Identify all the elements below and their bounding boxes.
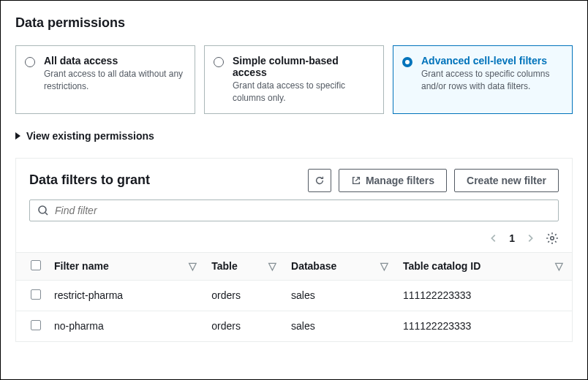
refresh-icon <box>314 175 325 186</box>
caret-right-icon <box>15 132 20 140</box>
cell-database: sales <box>285 280 397 311</box>
access-option-title: All data access <box>44 55 186 66</box>
refresh-button[interactable] <box>308 169 331 192</box>
cell-table: orders <box>206 280 285 311</box>
sort-icon: ▽ <box>380 260 388 272</box>
row-checkbox[interactable] <box>31 289 41 300</box>
search-icon <box>37 205 49 216</box>
access-option-all-data[interactable]: All data access Grant access to all data… <box>15 45 195 114</box>
filters-header: Data filters to grant Manage filters Cre… <box>16 159 572 200</box>
cell-database: sales <box>285 311 397 341</box>
view-existing-permissions-toggle[interactable]: View existing permissions <box>15 130 573 142</box>
table-row: restrict-pharma orders sales 11112222333… <box>16 280 572 311</box>
button-label: Create new filter <box>467 175 546 186</box>
button-label: Manage filters <box>366 175 434 186</box>
access-option-title: Advanced cell-level filters <box>421 55 563 66</box>
cell-table: orders <box>206 311 285 341</box>
header-label: Filter name <box>54 260 109 272</box>
access-option-cell-level[interactable]: Advanced cell-level filters Grant access… <box>393 45 573 114</box>
next-page-button[interactable] <box>525 233 535 243</box>
data-filters-panel: Data filters to grant Manage filters Cre… <box>15 158 573 342</box>
filters-title: Data filters to grant <box>29 172 301 188</box>
filters-table: Filter name ▽ Table ▽ Database ▽ Table c… <box>16 252 572 341</box>
radio-icon <box>214 57 224 67</box>
access-option-desc: Grant data access to specific columns on… <box>233 80 374 104</box>
cell-filter-name: restrict-pharma <box>48 280 206 311</box>
header-label: Database <box>291 260 336 272</box>
manage-filters-button[interactable]: Manage filters <box>339 169 447 192</box>
row-checkbox[interactable] <box>31 320 41 330</box>
cell-catalog-id: 111122223333 <box>397 311 572 341</box>
create-new-filter-button[interactable]: Create new filter <box>454 169 559 192</box>
column-header-filter-name[interactable]: Filter name ▽ <box>48 252 206 280</box>
sort-icon: ▽ <box>268 260 276 272</box>
access-option-desc: Grant access to all data without any res… <box>44 68 186 93</box>
pagination: 1 <box>16 229 572 252</box>
page-title: Data permissions <box>15 15 573 31</box>
sort-icon: ▽ <box>555 260 563 272</box>
table-row: no-pharma orders sales 111122223333 <box>16 311 572 341</box>
header-label: Table catalog ID <box>403 260 480 272</box>
page-number: 1 <box>509 232 515 244</box>
search-input[interactable] <box>55 205 551 216</box>
prev-page-button[interactable] <box>489 233 499 243</box>
select-all-checkbox[interactable] <box>31 260 41 270</box>
radio-icon <box>402 57 412 67</box>
column-header-catalog-id[interactable]: Table catalog ID ▽ <box>397 252 572 280</box>
settings-button[interactable] <box>546 232 559 245</box>
svg-point-1 <box>551 236 554 240</box>
search-wrap <box>16 200 572 229</box>
access-option-column-based[interactable]: Simple column-based access Grant data ac… <box>204 45 384 114</box>
radio-icon <box>25 57 35 67</box>
access-option-desc: Grant access to specific columns and/or … <box>421 68 563 93</box>
table-header-row: Filter name ▽ Table ▽ Database ▽ Table c… <box>16 252 572 280</box>
access-option-title: Simple column-based access <box>233 55 374 78</box>
cell-filter-name: no-pharma <box>48 311 206 341</box>
column-header-database[interactable]: Database ▽ <box>285 252 397 280</box>
sort-icon: ▽ <box>189 260 197 272</box>
svg-point-0 <box>39 206 46 213</box>
access-options-group: All data access Grant access to all data… <box>15 45 573 114</box>
external-icon <box>351 175 361 186</box>
header-label: Table <box>211 260 238 272</box>
expand-label: View existing permissions <box>26 130 154 142</box>
search-box[interactable] <box>29 200 559 221</box>
cell-catalog-id: 111122223333 <box>397 280 572 311</box>
chevron-right-icon <box>525 233 535 243</box>
column-header-table[interactable]: Table ▽ <box>206 252 285 280</box>
gear-icon <box>546 232 559 245</box>
chevron-left-icon <box>489 233 499 243</box>
